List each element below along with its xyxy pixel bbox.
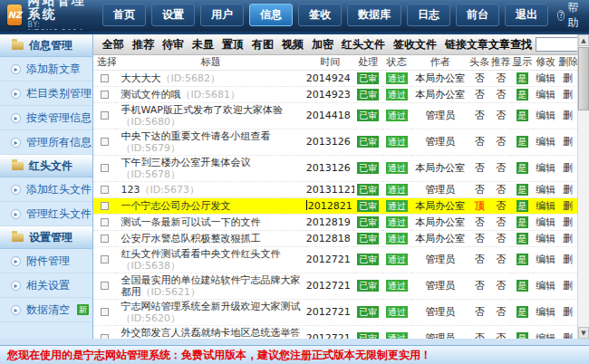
edit-link[interactable]: 编辑	[536, 110, 555, 121]
delete-link[interactable]: 删	[563, 200, 573, 212]
edit-link[interactable]: 编辑	[536, 233, 555, 244]
show-toggle-badge[interactable]: 是	[517, 254, 528, 265]
edit-link[interactable]: 编辑	[536, 162, 555, 174]
show-toggle-badge[interactable]: 是	[517, 72, 528, 84]
show-toggle-badge[interactable]: 是	[517, 89, 528, 101]
nav-logout[interactable]: 退出	[505, 4, 548, 26]
sidebar-item-add-article[interactable]: ▸添加新文章	[0, 57, 92, 81]
tab-3[interactable]: 未显	[192, 37, 214, 53]
delete-link[interactable]: 删	[563, 306, 573, 318]
delete-link[interactable]: 删	[563, 136, 573, 148]
delete-link[interactable]: 删	[563, 110, 573, 121]
row-checkbox[interactable]	[101, 91, 109, 99]
show-toggle-badge[interactable]: 是	[517, 306, 528, 318]
delete-link[interactable]: 删	[563, 89, 573, 101]
sidebar-section-info-manage[interactable]: 信息管理	[0, 34, 92, 57]
edit-link[interactable]: 编辑	[536, 280, 555, 292]
delete-link[interactable]: 删	[563, 162, 573, 174]
edit-link[interactable]: 编辑	[536, 216, 555, 228]
tab-6[interactable]: 视频	[282, 37, 304, 53]
nav-logs[interactable]: 日志	[407, 4, 450, 26]
nav-sign[interactable]: 签收	[298, 4, 342, 26]
edit-link[interactable]: 编辑	[536, 89, 555, 101]
delete-link[interactable]: 删	[563, 280, 573, 292]
edit-link[interactable]: 编辑	[536, 332, 555, 339]
delete-link[interactable]: 删	[563, 184, 573, 196]
delete-link[interactable]: 删	[563, 216, 573, 228]
edit-link[interactable]: 编辑	[536, 136, 555, 148]
tab-8[interactable]: 红头文件	[342, 37, 385, 53]
row-checkbox[interactable]	[101, 111, 109, 120]
show-toggle-badge[interactable]: 是	[517, 162, 528, 174]
edit-link[interactable]: 编辑	[536, 72, 555, 84]
nav-frontend[interactable]: 前台	[456, 4, 499, 26]
sidebar-item-data-clear[interactable]: ▸数据清空新	[0, 298, 92, 322]
show-toggle-badge[interactable]: 是	[517, 280, 528, 292]
show-toggle-badge[interactable]: 是	[517, 110, 528, 121]
row-title-link[interactable]: 红头文件测试看看中央文件红头文件	[121, 248, 281, 260]
sidebar-item-category-manage[interactable]: ▸栏目类别管理	[0, 81, 92, 106]
row-title-link[interactable]: 公安厅水警总队积极整改狠抓工	[121, 233, 261, 244]
row-checkbox[interactable]	[101, 334, 109, 339]
sidebar-section-settings-manage[interactable]: 设置管理	[0, 226, 92, 249]
nav-database[interactable]: 数据库	[347, 4, 401, 26]
row-checkbox[interactable]	[101, 164, 109, 172]
row-title-link[interactable]: 一个宁志公司办公厅发文	[121, 200, 231, 212]
sidebar-item-attachment-manage[interactable]: ▸附件管理	[0, 249, 92, 273]
show-toggle-badge[interactable]: 是	[517, 216, 528, 228]
row-title-link[interactable]: 大大大大	[121, 72, 161, 84]
nav-users[interactable]: 用户	[200, 4, 244, 26]
tab-1[interactable]: 推荐	[132, 37, 154, 53]
delete-link[interactable]: 删	[563, 254, 573, 265]
row-checkbox[interactable]	[101, 308, 109, 316]
sidebar-item-related-settings[interactable]: ▸相关设置	[0, 273, 92, 298]
row-title-link[interactable]: 宁志网站管理系统全新升级欢迎大家测试	[121, 301, 301, 312]
scroll-thumb[interactable]	[578, 47, 589, 110]
show-toggle-badge[interactable]: 是	[517, 332, 528, 339]
edit-link[interactable]: 编辑	[536, 254, 555, 265]
scroll-down-arrow-icon[interactable]: ▼	[578, 327, 589, 339]
show-toggle-badge[interactable]: 是	[517, 233, 528, 244]
edit-link[interactable]: 编辑	[536, 184, 555, 196]
tab-10[interactable]: 链接文章	[445, 37, 488, 53]
show-toggle-badge[interactable]: 是	[517, 136, 528, 148]
delete-link[interactable]: 删	[563, 72, 573, 84]
row-checkbox[interactable]	[101, 255, 109, 263]
help-link[interactable]: ? 帮助	[557, 0, 582, 31]
row-checkbox[interactable]	[101, 138, 109, 146]
row-checkbox[interactable]	[101, 218, 109, 226]
row-title-link[interactable]: 123	[121, 184, 140, 196]
row-checkbox[interactable]	[101, 282, 109, 290]
edit-link[interactable]: 编辑	[536, 200, 555, 212]
row-title-link[interactable]: 测试一条最新可以试一下的文件	[121, 216, 261, 228]
tab-5[interactable]: 有图	[252, 37, 274, 53]
tab-2[interactable]: 待审	[162, 37, 184, 53]
nav-settings[interactable]: 设置	[151, 4, 195, 26]
edit-link[interactable]: 编辑	[536, 306, 555, 318]
row-title-link[interactable]: 外交部发言人洪磊就纳卡地区总统选举答记者问	[121, 327, 301, 340]
row-title-link[interactable]: 手机WAP版正式发布了欢迎大家体验	[121, 104, 283, 116]
sidebar-item-add-red-doc[interactable]: ▸添加红头文件★	[0, 177, 92, 202]
tab-9[interactable]: 签收文件	[393, 37, 437, 53]
show-toggle-badge[interactable]: 是	[517, 184, 528, 196]
row-checkbox[interactable]	[101, 202, 109, 210]
scroll-up-arrow-icon[interactable]: ▲	[578, 34, 589, 46]
tab-4[interactable]: 置顶	[222, 37, 244, 53]
row-title-link[interactable]: 测试文件的哦	[121, 89, 181, 101]
sidebar-item-manage-all-info[interactable]: ▸管理所有信息	[0, 130, 92, 155]
delete-link[interactable]: 删	[563, 233, 573, 244]
vertical-scrollbar[interactable]: ▲ ▼	[577, 34, 589, 339]
delete-link[interactable]: 删	[563, 332, 573, 339]
row-title-link[interactable]: 下午到三楼办公室开集体会议	[121, 157, 251, 168]
row-checkbox[interactable]	[101, 186, 109, 194]
show-toggle-badge[interactable]: 是	[517, 200, 528, 212]
row-checkbox[interactable]	[101, 74, 109, 82]
sidebar-item-manage-red-doc[interactable]: ▸管理红头文件★	[0, 202, 92, 226]
tab-7[interactable]: 加密	[312, 37, 333, 53]
sidebar-item-manage-by-category[interactable]: ▸按类管理信息	[0, 106, 92, 130]
nav-info[interactable]: 信息	[249, 4, 293, 26]
nav-home[interactable]: 首页	[102, 4, 146, 26]
tab-0[interactable]: 全部	[102, 37, 124, 53]
row-checkbox[interactable]	[101, 235, 109, 243]
row-title-link[interactable]: 中央下达的重要文件请各小组查看	[121, 130, 271, 142]
